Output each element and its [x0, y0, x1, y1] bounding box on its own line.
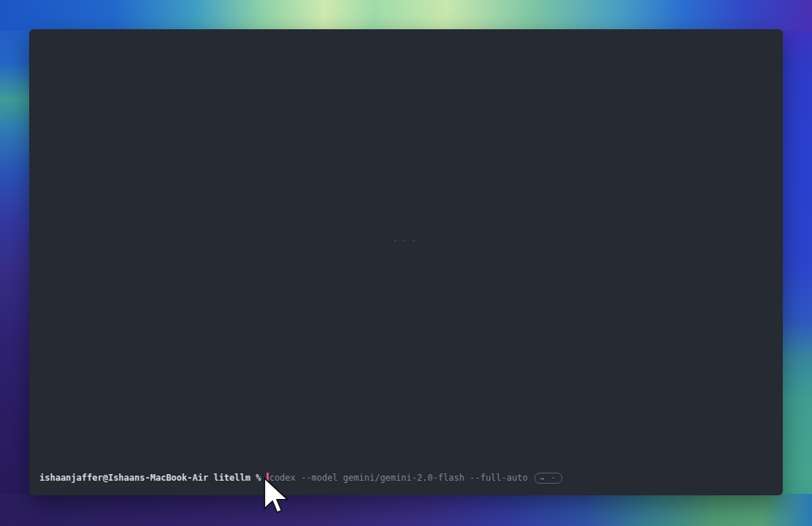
wallpaper-top-band [0, 0, 812, 31]
terminal-loading-ellipsis: ··· [29, 235, 783, 245]
shell-prompt: ishaanjaffer@Ishaans-MacBook-Air litellm… [39, 471, 267, 484]
command-autosuggestion: codex --model gemini/gemini-2.0-flash --… [269, 471, 528, 484]
terminal-prompt-line[interactable]: ishaanjaffer@Ishaans-MacBook-Air litellm… [39, 471, 562, 484]
accept-suggestion-hint-badge: → · [535, 473, 562, 484]
terminal-window[interactable]: ··· ishaanjaffer@Ishaans-MacBook-Air lit… [29, 29, 783, 495]
wallpaper-bottom-band [0, 494, 812, 526]
wallpaper-left-band [0, 0, 32, 526]
text-caret [267, 473, 269, 483]
wallpaper-right-band [780, 0, 812, 526]
